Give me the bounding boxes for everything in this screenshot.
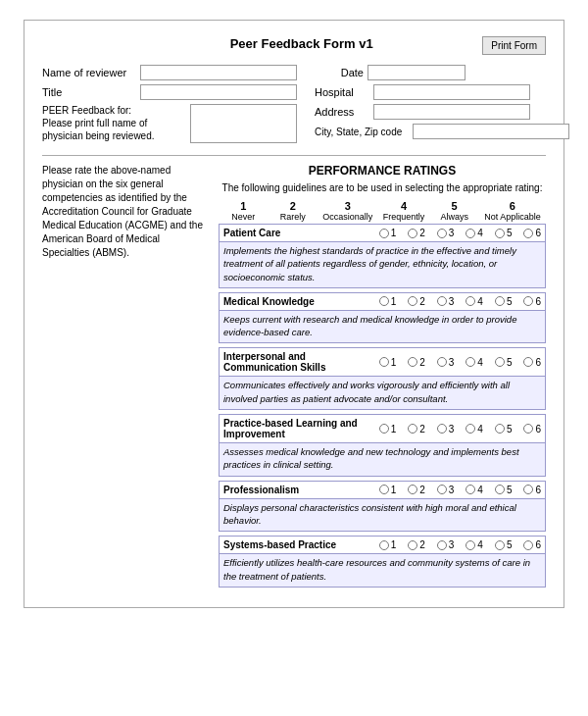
radio-input-3-6[interactable] — [523, 424, 533, 434]
radio-input-0-4[interactable] — [466, 229, 475, 238]
citystate-row: City, State, Zip code — [315, 124, 569, 139]
radio-3-3[interactable]: 3 — [437, 424, 455, 435]
radio-1-2[interactable]: 2 — [408, 296, 425, 307]
reviewer-row: Name of reviewer — [42, 65, 297, 80]
radio-input-2-5[interactable] — [495, 357, 505, 367]
radio-4-4[interactable]: 4 — [466, 485, 483, 495]
category-header-4: Professionalism123456 — [220, 482, 545, 498]
radio-input-0-3[interactable] — [437, 229, 447, 238]
radio-5-5[interactable]: 5 — [495, 539, 513, 550]
radio-input-4-4[interactable] — [466, 485, 475, 494]
citystate-input[interactable] — [413, 124, 569, 139]
radio-label-1-2: 2 — [419, 296, 425, 307]
radio-5-2[interactable]: 2 — [408, 539, 425, 550]
address-input[interactable] — [373, 104, 530, 120]
radio-label-3-6: 6 — [535, 424, 541, 435]
radio-1-4[interactable]: 4 — [466, 296, 483, 307]
radio-input-2-1[interactable] — [379, 357, 389, 367]
radio-2-5[interactable]: 5 — [495, 357, 513, 368]
radio-3-5[interactable]: 5 — [495, 424, 513, 435]
radio-input-0-2[interactable] — [408, 229, 417, 238]
radio-input-3-2[interactable] — [408, 424, 417, 434]
radio-input-1-2[interactable] — [408, 296, 417, 306]
radio-label-1-6: 6 — [535, 296, 541, 307]
radio-input-1-4[interactable] — [466, 296, 475, 306]
radio-input-2-6[interactable] — [523, 357, 533, 367]
radio-5-6[interactable]: 6 — [523, 539, 541, 550]
title-label: Title — [42, 86, 140, 98]
radio-1-1[interactable]: 1 — [379, 296, 397, 307]
radio-input-0-1[interactable] — [379, 229, 389, 238]
radio-3-6[interactable]: 6 — [523, 424, 541, 435]
title-input[interactable] — [140, 84, 297, 100]
radio-input-4-6[interactable] — [523, 485, 533, 494]
radio-3-4[interactable]: 4 — [466, 424, 483, 435]
category-radios-5: 123456 — [361, 539, 541, 550]
radio-input-3-1[interactable] — [379, 424, 389, 434]
radio-input-5-6[interactable] — [523, 540, 533, 550]
right-fields: Date Hospital Address City, State, Zip c… — [297, 65, 569, 147]
date-input[interactable] — [368, 65, 466, 80]
radio-5-3[interactable]: 3 — [437, 539, 455, 550]
radio-input-5-3[interactable] — [437, 540, 447, 550]
radio-label-2-4: 4 — [477, 357, 483, 368]
peer-input[interactable] — [190, 104, 297, 143]
radio-2-4[interactable]: 4 — [466, 357, 483, 368]
radio-input-5-4[interactable] — [466, 540, 475, 550]
category-name-1: Medical Knowledge — [223, 296, 361, 307]
radio-2-3[interactable]: 3 — [437, 357, 455, 368]
hospital-input[interactable] — [373, 84, 530, 100]
radio-input-1-1[interactable] — [379, 296, 389, 306]
categories-container: Patient Care123456Implements the highest… — [219, 224, 546, 588]
radio-3-2[interactable]: 2 — [408, 424, 425, 435]
radio-5-1[interactable]: 1 — [379, 539, 397, 550]
radio-input-5-5[interactable] — [495, 540, 505, 550]
radio-2-6[interactable]: 6 — [523, 357, 541, 368]
category-radios-4: 123456 — [361, 485, 541, 495]
radio-input-3-3[interactable] — [437, 424, 447, 434]
radio-0-4[interactable]: 4 — [466, 228, 483, 238]
radio-label-3-2: 2 — [419, 424, 425, 435]
radio-input-3-5[interactable] — [495, 424, 505, 434]
radio-input-2-3[interactable] — [437, 357, 447, 367]
radio-input-0-6[interactable] — [523, 229, 533, 238]
radio-0-3[interactable]: 3 — [437, 228, 455, 238]
radio-0-2[interactable]: 2 — [408, 228, 425, 238]
radio-input-4-5[interactable] — [495, 485, 505, 494]
radio-4-6[interactable]: 6 — [523, 485, 541, 495]
print-button[interactable]: Print Form — [482, 36, 546, 55]
radio-1-6[interactable]: 6 — [523, 296, 541, 307]
radio-0-1[interactable]: 1 — [379, 228, 397, 238]
radio-label-0-3: 3 — [449, 228, 455, 238]
radio-input-4-2[interactable] — [408, 485, 417, 494]
radio-5-4[interactable]: 4 — [466, 539, 483, 550]
radio-label-5-2: 2 — [419, 539, 425, 550]
radio-input-1-3[interactable] — [437, 296, 447, 306]
radio-4-1[interactable]: 1 — [379, 485, 397, 495]
radio-3-1[interactable]: 1 — [379, 424, 397, 435]
radio-input-2-4[interactable] — [466, 357, 475, 367]
radio-input-0-5[interactable] — [495, 229, 505, 238]
category-desc-1: Keeps current with research and medical … — [220, 310, 545, 343]
reviewer-input[interactable] — [140, 65, 297, 80]
radio-0-6[interactable]: 6 — [523, 228, 541, 238]
radio-0-5[interactable]: 5 — [495, 228, 513, 238]
radio-input-1-5[interactable] — [495, 296, 505, 306]
radio-input-3-4[interactable] — [466, 424, 475, 434]
category-header-5: Systems-based Practice123456 — [220, 537, 545, 553]
radio-4-3[interactable]: 3 — [437, 485, 455, 495]
radio-input-4-3[interactable] — [437, 485, 447, 494]
radio-2-2[interactable]: 2 — [408, 357, 425, 368]
radio-1-5[interactable]: 5 — [495, 296, 513, 307]
radio-input-4-1[interactable] — [379, 485, 389, 494]
radio-label-5-6: 6 — [535, 539, 541, 550]
scale-num-3: 3 — [345, 200, 351, 212]
radio-input-5-1[interactable] — [379, 540, 389, 550]
radio-input-5-2[interactable] — [408, 540, 417, 550]
radio-4-2[interactable]: 2 — [408, 485, 425, 495]
radio-input-2-2[interactable] — [408, 357, 417, 367]
radio-4-5[interactable]: 5 — [495, 485, 513, 495]
radio-input-1-6[interactable] — [523, 296, 533, 306]
radio-1-3[interactable]: 3 — [437, 296, 455, 307]
radio-2-1[interactable]: 1 — [379, 357, 397, 368]
